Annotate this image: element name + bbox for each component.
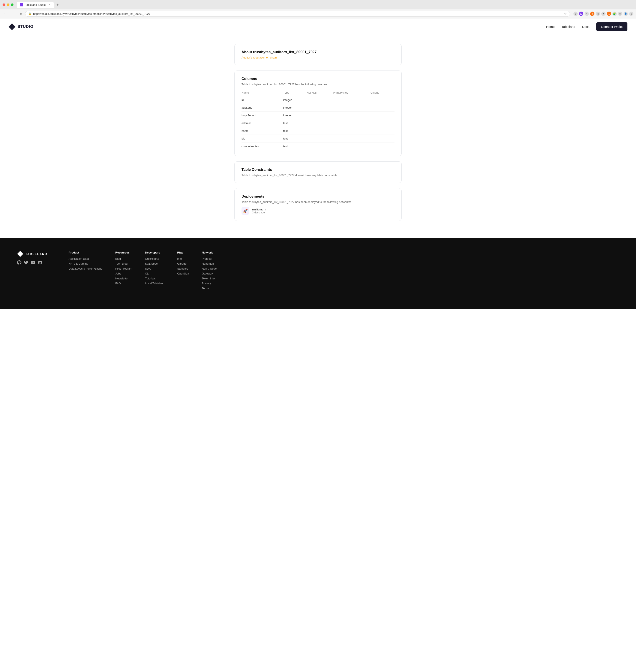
logo-icon — [8, 23, 16, 30]
address-bar[interactable]: 🔒 ☆ — [25, 11, 570, 17]
forward-button[interactable]: → — [10, 11, 16, 17]
footer-col-network: Network ProtocolRoadmapRun a NodeGateway… — [202, 251, 217, 292]
footer-link[interactable]: Newsletter — [115, 277, 132, 280]
connect-wallet-button[interactable]: Connect Wallet — [596, 22, 628, 31]
reader-mode-icon[interactable]: ▭ — [618, 12, 622, 16]
extension-icon-6[interactable]: ✦ — [601, 12, 605, 16]
footer-link[interactable]: NFTs & Gaming — [68, 262, 102, 265]
extension-icon-4[interactable]: a — [590, 12, 594, 16]
table-row: id integer — [241, 96, 395, 104]
footer-link[interactable]: Privacy — [202, 282, 217, 285]
twitter-link[interactable] — [24, 260, 28, 265]
footer-link[interactable]: Tutorials — [145, 277, 164, 280]
footer-link[interactable]: Token Info — [202, 277, 217, 280]
deployment-time: 3 days ago — [252, 211, 266, 214]
columns-card: Columns Table trustbytes_auditors_list_8… — [234, 71, 402, 156]
close-window-button[interactable] — [3, 3, 5, 6]
list-item: 🚀 maticmum 3 days ago — [241, 207, 395, 215]
footer-link[interactable]: Garage — [177, 262, 189, 265]
footer-link[interactable]: Application Data — [68, 257, 102, 260]
reload-button[interactable]: ↻ — [18, 11, 23, 17]
col-not-null — [306, 104, 333, 112]
back-button[interactable]: ← — [3, 11, 8, 17]
col-not-null — [306, 112, 333, 119]
col-type: text — [283, 119, 306, 127]
footer-col-resources: Resources BlogTech BlogPilot ProgramJobs… — [115, 251, 132, 292]
footer-link[interactable]: Protocol — [202, 257, 217, 260]
table-row: bio text — [241, 135, 395, 142]
deployments-card: Deployments Table trustbytes_auditors_li… — [234, 188, 402, 221]
footer-link[interactable]: Roadmap — [202, 262, 217, 265]
col-header-primary-key: Primary Key — [333, 90, 371, 96]
extension-icon-5[interactable]: ◎ — [596, 12, 600, 16]
deployments-title: Deployments — [241, 194, 395, 199]
site-logo[interactable]: STUDIO — [8, 23, 34, 30]
url-input[interactable] — [33, 12, 562, 16]
extension-icon-8[interactable]: 🧩 — [612, 12, 617, 16]
col-type: integer — [283, 96, 306, 104]
columns-title: Columns — [241, 77, 395, 81]
extension-icon-1[interactable]: ⚙ — [573, 12, 578, 16]
constraints-description: Table trustbytes_auditors_list_80001_792… — [241, 174, 395, 177]
footer-col-resources-heading: Resources — [115, 251, 132, 254]
nav-tableland[interactable]: Tableland — [561, 25, 575, 28]
extension-icon-3[interactable]: ≡ — [584, 12, 589, 16]
extension-icon-7[interactable]: 1 — [607, 12, 611, 16]
tab-title: Tableland Studio — [25, 3, 46, 6]
nav-home[interactable]: Home — [546, 25, 555, 28]
footer-logo-icon — [17, 251, 23, 257]
about-title: About trustbytes_auditors_list_80001_792… — [241, 50, 395, 54]
footer-link[interactable]: CLI — [145, 272, 164, 275]
col-primary-key — [333, 142, 371, 150]
footer-link[interactable]: Info — [177, 257, 189, 260]
footer-link[interactable]: Gateway — [202, 272, 217, 275]
footer-col-developers-heading: Developers — [145, 251, 164, 254]
bookmark-icon[interactable]: ☆ — [564, 12, 567, 16]
footer-logo: TABLELAND — [17, 251, 52, 257]
col-primary-key — [333, 135, 371, 142]
col-unique — [371, 135, 395, 142]
footer-link[interactable]: Samples — [177, 267, 189, 270]
footer-link[interactable]: Data DAOs & Token Gating — [68, 267, 102, 270]
col-name: name — [241, 127, 283, 135]
discord-link[interactable] — [38, 260, 42, 265]
footer-link[interactable]: Terms — [202, 287, 217, 290]
extension-icon-2[interactable]: 12 — [579, 12, 583, 16]
github-link[interactable] — [17, 260, 21, 265]
footer-brand-text: TABLELAND — [25, 252, 47, 256]
footer-link[interactable]: Jobs — [115, 272, 132, 275]
new-tab-button[interactable]: + — [56, 3, 59, 7]
constraints-title: Table Constraints — [241, 167, 395, 172]
footer-link[interactable]: Tech Blog — [115, 262, 132, 265]
profile-icon[interactable]: 👤 — [623, 12, 628, 16]
footer-link[interactable]: Pilot Program — [115, 267, 132, 270]
footer-link[interactable]: SQL Spec — [145, 262, 164, 265]
footer-link[interactable]: OpenSea — [177, 272, 189, 275]
footer-link[interactable]: Quickstarts — [145, 257, 164, 260]
footer-link[interactable]: FAQ — [115, 282, 132, 285]
browser-tab[interactable]: Tableland Studio ✕ — [17, 2, 54, 8]
col-name: auditorId — [241, 104, 283, 112]
col-primary-key — [333, 96, 371, 104]
youtube-link[interactable] — [31, 260, 35, 265]
browser-chrome: Tableland Studio ✕ + ← → ↻ 🔒 ☆ ⚙ 12 ≡ a … — [0, 0, 636, 18]
tab-close-button[interactable]: ✕ — [48, 3, 51, 6]
footer-columns: Product Application DataNFTs & GamingDat… — [68, 251, 619, 292]
browser-extension-icons: ⚙ 12 ≡ a ◎ ✦ 1 🧩 ▭ 👤 ⋮ — [573, 12, 633, 16]
footer-link[interactable]: SDK — [145, 267, 164, 270]
nav-docs[interactable]: Docs — [582, 25, 590, 28]
menu-icon[interactable]: ⋮ — [629, 12, 633, 16]
footer-link[interactable]: Local Tableland — [145, 282, 164, 285]
site-header: STUDIO Home Tableland Docs Connect Walle… — [0, 18, 636, 35]
footer-link[interactable]: Blog — [115, 257, 132, 260]
table-row: name text — [241, 127, 395, 135]
table-row: auditorId integer — [241, 104, 395, 112]
minimize-window-button[interactable] — [7, 3, 9, 6]
footer-link[interactable]: Run a Node — [202, 267, 217, 270]
constraints-card: Table Constraints Table trustbytes_audit… — [234, 161, 402, 183]
footer-col-product-heading: Product — [68, 251, 102, 254]
col-unique — [371, 96, 395, 104]
col-unique — [371, 119, 395, 127]
col-unique — [371, 104, 395, 112]
maximize-window-button[interactable] — [11, 3, 14, 6]
